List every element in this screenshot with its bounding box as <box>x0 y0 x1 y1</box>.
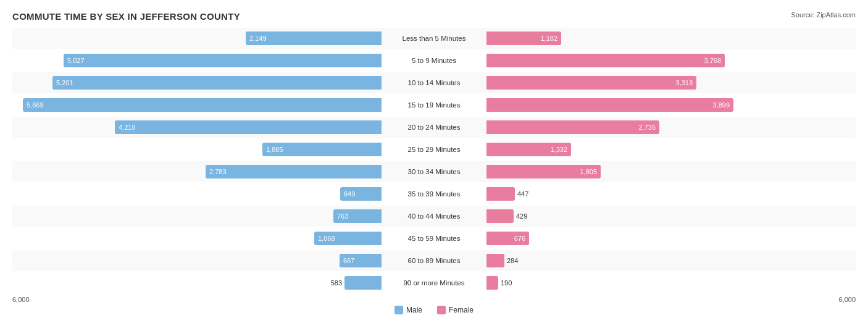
legend-female: Female <box>437 306 474 314</box>
row-label: 10 to 14 Minutes <box>382 79 486 86</box>
row-label: 35 to 39 Minutes <box>382 190 486 198</box>
value-male: 5,669 <box>27 101 44 109</box>
table-row: 5,66915 to 19 Minutes3,899 <box>12 94 856 115</box>
legend-female-label: Female <box>449 306 474 314</box>
axis-bottom: 6,000 6,000 <box>12 296 856 303</box>
bar-female: 676 <box>486 232 529 245</box>
bar-female <box>486 187 515 201</box>
table-row: 5,20110 to 14 Minutes3,313 <box>12 72 856 93</box>
table-row: 2,149Less than 5 Minutes1,182 <box>12 28 856 49</box>
value-female: 447 <box>517 190 528 198</box>
bar-female: 3,768 <box>486 54 725 67</box>
bar-male: 5,201 <box>52 76 382 90</box>
value-female: 1,182 <box>540 35 557 42</box>
table-row: 1,88525 to 29 Minutes1,332 <box>12 139 856 160</box>
legend-male-box <box>394 306 403 314</box>
row-label: 45 to 59 Minutes <box>382 235 486 242</box>
bar-female <box>486 276 498 290</box>
bar-female: 2,735 <box>486 120 659 134</box>
table-row: 76340 to 44 Minutes429 <box>12 206 856 227</box>
row-label: 60 to 89 Minutes <box>382 257 486 264</box>
row-label: 20 to 24 Minutes <box>382 124 486 131</box>
value-male: 5,201 <box>56 79 73 86</box>
value-female: 3,899 <box>712 101 730 109</box>
value-male: 4,218 <box>119 124 136 131</box>
value-male: 667 <box>343 257 354 264</box>
bar-female: 1,332 <box>486 143 571 156</box>
bar-female: 3,313 <box>486 76 696 90</box>
bar-male: 763 <box>333 209 382 223</box>
row-label: 30 to 34 Minutes <box>382 168 486 175</box>
table-row: 4,21820 to 24 Minutes2,735 <box>12 117 856 138</box>
bar-male: 667 <box>340 254 382 267</box>
legend-male-label: Male <box>406 306 422 314</box>
value-female: 1,805 <box>580 168 597 175</box>
bar-chart-rows: 2,149Less than 5 Minutes1,1825,0275 to 9… <box>12 28 856 293</box>
bar-male: 649 <box>340 187 382 201</box>
source-label: Source: ZipAtlas.com <box>791 11 856 19</box>
row-label: 90 or more Minutes <box>382 279 486 287</box>
row-label: 15 to 19 Minutes <box>382 101 486 109</box>
bar-male: 5,669 <box>23 98 382 112</box>
value-female: 3,768 <box>704 57 721 64</box>
bar-male: 2,783 <box>206 165 382 178</box>
chart-title: COMMUTE TIME BY SEX IN JEFFERSON COUNTY <box>12 11 856 22</box>
bar-male: 5,027 <box>64 54 382 67</box>
chart-legend: Male Female <box>12 306 856 314</box>
value-female: 429 <box>516 212 527 220</box>
table-row: 2,78330 to 34 Minutes1,805 <box>12 161 856 182</box>
value-female: 1,332 <box>550 146 567 153</box>
value-male: 649 <box>344 190 355 198</box>
bar-male: 4,218 <box>115 120 382 134</box>
value-male: 763 <box>337 212 348 220</box>
bar-male: 2,149 <box>246 31 382 45</box>
value-male: 2,783 <box>209 168 227 175</box>
table-row: 5,0275 to 9 Minutes3,768 <box>12 50 856 71</box>
value-female: 284 <box>507 257 518 264</box>
table-row: 66760 to 89 Minutes284 <box>12 250 856 271</box>
bar-female <box>486 209 514 223</box>
value-female: 2,735 <box>638 124 656 131</box>
bar-male: 1,885 <box>262 143 382 156</box>
value-male: 583 <box>331 279 342 287</box>
table-row: 64935 to 39 Minutes447 <box>12 183 856 204</box>
axis-left: 6,000 <box>12 296 30 303</box>
bar-female <box>486 254 504 267</box>
value-female: 676 <box>514 235 525 242</box>
bar-male <box>344 276 382 290</box>
bar-female: 1,805 <box>486 165 601 178</box>
value-male: 1,068 <box>318 235 335 242</box>
row-label: 5 to 9 Minutes <box>382 57 486 64</box>
row-label: Less than 5 Minutes <box>382 35 486 42</box>
value-female: 3,313 <box>675 79 693 86</box>
bar-female: 1,182 <box>486 31 561 45</box>
legend-female-box <box>437 306 446 314</box>
axis-right: 6,000 <box>838 296 856 303</box>
value-female: 190 <box>501 279 512 287</box>
bar-male: 1,068 <box>314 232 382 245</box>
table-row: 1,06845 to 59 Minutes676 <box>12 228 856 249</box>
chart-container: COMMUTE TIME BY SEX IN JEFFERSON COUNTY … <box>0 0 868 323</box>
value-male: 1,885 <box>266 146 283 153</box>
table-row: 58390 or more Minutes190 <box>12 272 856 293</box>
value-male: 2,149 <box>249 35 267 42</box>
legend-male: Male <box>394 306 422 314</box>
row-label: 25 to 29 Minutes <box>382 146 486 153</box>
bar-female: 3,899 <box>486 98 733 112</box>
row-label: 40 to 44 Minutes <box>382 212 486 220</box>
value-male: 5,027 <box>67 57 85 64</box>
